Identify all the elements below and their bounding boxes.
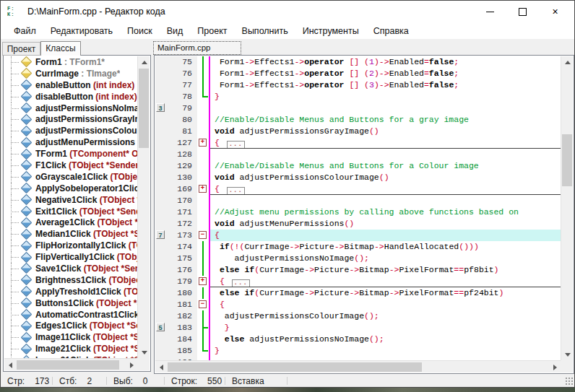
collapsed-code-icon[interactable]: ... <box>227 141 245 149</box>
tree-item[interactable]: adjustPermissionsColourImage <box>4 125 137 136</box>
gutter-bookmark-cell[interactable] <box>155 137 167 149</box>
collapsed-code-icon[interactable]: ... <box>232 279 250 287</box>
gutter-bookmark-cell[interactable] <box>155 276 167 287</box>
gutter-bookmark-cell[interactable] <box>155 149 167 160</box>
gutter-bookmark-cell[interactable] <box>155 287 167 299</box>
tree-item[interactable]: Save1Click (TObject *Sender) <box>4 263 137 274</box>
tree-item[interactable]: Median1Click (TObject *Sender) <box>4 228 137 240</box>
tree-item[interactable]: Exit1Click (TObject *Sender) <box>4 206 137 217</box>
gutter-bookmark-cell[interactable] <box>155 310 167 322</box>
gutter-bookmark-cell[interactable] <box>155 126 167 137</box>
tab-project[interactable]: Проект <box>2 42 40 56</box>
title-bar[interactable]: F:K: D:\MainForm.cpp - Редактор кода × <box>1 1 574 23</box>
menu-item[interactable]: Вид <box>160 26 191 36</box>
menu-item[interactable]: Файл <box>7 26 43 36</box>
tree-horizontal-scrollbar[interactable] <box>4 358 137 370</box>
scroll-right-icon[interactable] <box>126 359 137 371</box>
fold-expand-icon[interactable]: + <box>199 185 207 193</box>
tree-item[interactable]: Image21Click (TObject *Sender) <box>4 343 137 354</box>
scroll-up-icon[interactable] <box>138 56 150 68</box>
tree-item[interactable]: FlipHorizontally1Click (TObject *Sender) <box>4 240 137 251</box>
tree-item[interactable]: TForm1 (TComponent* Owner) <box>4 148 137 160</box>
gutter-bookmark-cell[interactable] <box>155 183 167 195</box>
tree-item[interactable]: adjustPermissionsNoImage <box>4 103 137 114</box>
menu-item[interactable]: Поиск <box>120 26 160 36</box>
code-token: = <box>424 69 429 78</box>
tree-item-name: Edges1Click <box>35 321 87 331</box>
resize-grip-icon[interactable] <box>565 377 573 385</box>
tree-item[interactable]: Average1Click (TObject *Sender) <box>4 217 137 228</box>
tree-item[interactable]: adjustPermissionsGrayImage <box>4 113 137 125</box>
close-button[interactable]: × <box>539 1 571 23</box>
gutter-bookmark-cell[interactable]: 5 <box>155 322 167 334</box>
menu-item[interactable]: Справка <box>366 26 416 36</box>
scroll-up-icon[interactable] <box>561 56 574 68</box>
gutter-bookmark-cell[interactable] <box>155 206 167 218</box>
gutter-bookmark-cell[interactable] <box>155 91 167 103</box>
code-text: { <box>209 230 561 241</box>
tree-item[interactable]: Negative1Click (TObject *Sender) <box>4 194 137 206</box>
fold-expand-icon[interactable]: + <box>199 139 207 147</box>
editor-horizontal-scrollbar[interactable] <box>155 360 561 373</box>
gutter-bookmark-cell[interactable] <box>155 241 167 253</box>
gutter-bookmark-cell[interactable] <box>155 172 167 183</box>
gutter-bookmark-cell[interactable] <box>155 114 167 126</box>
tree-item[interactable]: Edges1Click (TObject *Sender) <box>4 320 137 331</box>
tree-item[interactable]: ApplyTreshold1Click (TObject *Sender) <box>4 286 137 297</box>
scroll-left-icon[interactable] <box>155 361 167 373</box>
status-bar: Стр:173Стб:2Выб:0Строк:550Вставка <box>1 375 574 387</box>
menu-item[interactable]: Инструменты <box>295 26 366 36</box>
code-area[interactable]: 75 Form1->Effects1->operator [] (1)->Ena… <box>155 56 561 360</box>
tree-item[interactable]: AutomaticContrast1Click (TObject *Sender… <box>4 309 137 321</box>
gutter-bookmark-cell[interactable] <box>155 299 167 310</box>
gutter-bookmark-cell[interactable] <box>155 253 167 264</box>
tree-hscroll-thumb[interactable] <box>17 360 119 370</box>
tree-item[interactable]: enableButton (int index) : <box>4 79 137 91</box>
tree-vertical-scrollbar[interactable] <box>137 56 150 358</box>
tree-vscroll-thumb[interactable] <box>139 69 149 148</box>
collapsed-code-icon[interactable]: ... <box>227 187 245 195</box>
scroll-down-icon[interactable] <box>561 349 574 360</box>
gutter-bookmark-cell[interactable] <box>155 68 167 79</box>
editor-vscroll-thumb[interactable] <box>562 134 572 186</box>
code-text: else if(CurrImage->Picture->Bitmap->Pixe… <box>209 264 561 276</box>
tab-classes[interactable]: Классы <box>40 41 81 56</box>
fold-collapse-icon[interactable]: − <box>199 231 207 239</box>
tree-item[interactable]: Buttons1Click (TObject *Sender) <box>4 297 137 309</box>
gutter-bookmark-cell[interactable] <box>155 218 167 230</box>
tree-item-label: Average1Click (TObject *Sender) <box>35 217 137 227</box>
tree-item[interactable]: oGrayscale1Click (TObject *Sender) <box>4 171 137 183</box>
scroll-down-icon[interactable] <box>138 347 150 358</box>
gutter-bookmark-cell[interactable] <box>155 160 167 172</box>
tree-item[interactable]: ApplySobeloperator1Click (TObject *Sende… <box>4 183 137 194</box>
editor-vertical-scrollbar[interactable] <box>561 56 573 360</box>
fold-expand-icon[interactable]: + <box>199 277 207 285</box>
tab-mainform-cpp[interactable]: MainForm.cpp <box>153 41 241 55</box>
gutter-bookmark-cell[interactable] <box>155 334 167 345</box>
minimize-button[interactable] <box>474 1 506 23</box>
tree-item[interactable]: adjustMenuPermissions <box>4 136 137 148</box>
tree-item[interactable]: Image11Click (TObject *Sender) <box>4 331 137 343</box>
scroll-left-icon[interactable] <box>4 359 16 371</box>
tree-item[interactable]: Brightness1Click (TObject *Sender) <box>4 274 137 286</box>
tree-item[interactable]: CurrImage : TImage* <box>4 68 137 79</box>
gutter-bookmark-cell[interactable]: 3 <box>155 103 167 114</box>
menu-item[interactable]: Проект <box>190 26 234 36</box>
scroll-right-icon[interactable] <box>549 361 561 373</box>
tree-item[interactable]: Form1 : TForm1* <box>4 56 137 68</box>
gutter-bookmark-cell[interactable] <box>155 56 167 68</box>
tree-item[interactable]: F1Click (TObject *Sender) : <box>4 160 137 171</box>
gutter-bookmark-cell[interactable] <box>155 264 167 276</box>
gutter-bookmark-cell[interactable] <box>155 79 167 91</box>
tree-item[interactable]: disableButton (int index) : <box>4 91 137 103</box>
menu-item[interactable]: Выполнить <box>235 26 295 36</box>
fold-collapse-icon[interactable]: − <box>199 300 207 308</box>
menu-item[interactable]: Редактировать <box>43 26 120 36</box>
tree-item[interactable]: FlipVertically1Click (TObject *Sender) <box>4 251 137 263</box>
gutter-bookmark-cell[interactable] <box>155 345 167 357</box>
gutter-bookmark-cell[interactable] <box>155 195 167 206</box>
editor-hscroll-thumb[interactable] <box>168 362 422 372</box>
gutter-bookmark-cell[interactable]: 7 <box>155 230 167 241</box>
code-line: 76 Form1->Effects1->operator [] (2)->Ena… <box>155 68 561 79</box>
maximize-button[interactable] <box>506 1 539 23</box>
